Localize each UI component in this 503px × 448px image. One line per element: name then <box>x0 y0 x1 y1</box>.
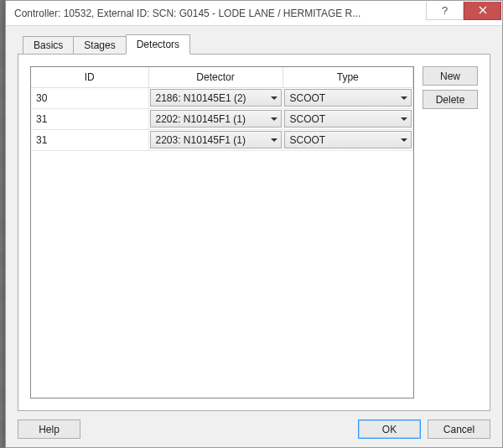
titlebar: Controller: 10532, External ID: SCN: G01… <box>6 1 502 26</box>
chevron-down-icon <box>401 138 407 142</box>
detectors-grid: ID Detector Type 30 2186: N10145E1 (2) S… <box>30 66 414 399</box>
chevron-down-icon <box>271 138 277 142</box>
grid-empty-area <box>31 151 413 399</box>
tab-basics[interactable]: Basics <box>23 36 74 55</box>
detector-select[interactable]: 2203: N10145F1 (1) <box>150 131 282 148</box>
col-header-type[interactable]: Type <box>283 67 413 87</box>
table-row[interactable]: 30 2186: N10145E1 (2) SCOOT <box>31 87 413 108</box>
type-select[interactable]: SCOOT <box>284 110 412 128</box>
delete-button[interactable]: Delete <box>423 90 478 109</box>
tab-panel-detectors: ID Detector Type 30 2186: N10145E1 (2) S… <box>18 54 490 411</box>
tab-stages[interactable]: Stages <box>73 36 126 55</box>
col-header-id[interactable]: ID <box>31 67 148 87</box>
cancel-button[interactable]: Cancel <box>428 419 490 439</box>
new-button[interactable]: New <box>423 66 478 86</box>
chevron-down-icon <box>271 117 277 121</box>
ok-button[interactable]: OK <box>358 419 421 439</box>
type-select[interactable]: SCOOT <box>284 131 412 148</box>
id-cell[interactable]: 31 <box>31 113 148 125</box>
close-icon[interactable] <box>464 2 501 20</box>
chevron-down-icon <box>401 96 407 100</box>
col-header-detector[interactable]: Detector <box>148 67 283 87</box>
chevron-down-icon <box>271 96 277 100</box>
id-cell[interactable]: 31 <box>31 134 148 146</box>
help-button[interactable]: Help <box>18 419 80 439</box>
tabstrip: Basics Stages Detectors <box>18 36 490 55</box>
table-row[interactable]: 31 2203: N10145F1 (1) SCOOT <box>31 129 413 150</box>
chevron-down-icon <box>401 117 407 121</box>
client-area: Basics Stages Detectors ID Detector Type <box>6 26 502 447</box>
dialog-buttons: Help OK Cancel <box>18 419 490 439</box>
window-title: Controller: 10532, External ID: SCN: G01… <box>6 8 426 19</box>
id-cell[interactable]: 30 <box>31 92 148 104</box>
help-icon[interactable]: ? <box>426 2 464 20</box>
dialog-window: Controller: 10532, External ID: SCN: G01… <box>5 0 503 448</box>
side-buttons: New Delete <box>423 66 478 399</box>
detector-select[interactable]: 2186: N10145E1 (2) <box>150 89 282 107</box>
type-select[interactable]: SCOOT <box>284 89 412 107</box>
detector-select[interactable]: 2202: N10145F1 (1) <box>150 110 282 128</box>
tab-detectors[interactable]: Detectors <box>126 34 190 55</box>
table-row[interactable]: 31 2202: N10145F1 (1) SCOOT <box>31 108 413 129</box>
